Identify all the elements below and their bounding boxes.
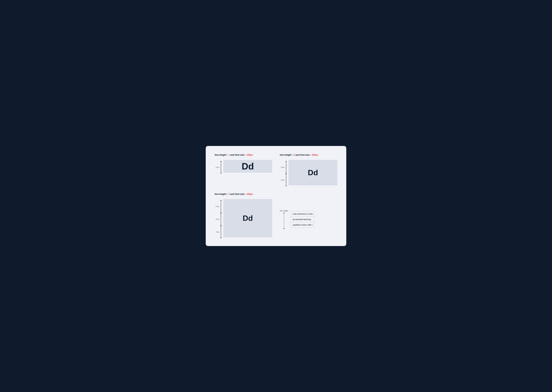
lh2-dd-text: Dd (308, 169, 318, 176)
lh2-tip-up-mid (285, 174, 287, 175)
text-line-1: ccbp intensive is a lea (291, 211, 314, 217)
text-line-3: capable to learn with t (291, 222, 314, 228)
text-lines-container: ccbp intensive is a lea accelerated lear… (291, 211, 315, 228)
lh-text-label: line-height (280, 210, 288, 212)
lh3-dd-box: Dd (223, 199, 272, 237)
title-lh-1: 1 (228, 154, 230, 156)
lh-indicator: line-height (280, 210, 288, 229)
lh2-arrow-bottom (285, 174, 287, 186)
lh2-shaft-top (286, 162, 286, 172)
text-line-2: accelerated learning (291, 217, 314, 222)
lh2-px-top: 100px (280, 167, 285, 168)
title-prefix-1: line-height : (215, 154, 228, 156)
lh-text-arrow (283, 213, 284, 229)
lh3-shaft-3 (221, 227, 221, 237)
lh1-arrow-top (220, 161, 222, 162)
lh3-px-mid: 100px (215, 218, 219, 220)
lh1-demo-area: 100px Dd (215, 160, 272, 174)
lh3-shaft-1 (221, 202, 221, 211)
lh1-measurement: 100px (215, 160, 222, 174)
lh3-row3: 100px (215, 226, 222, 238)
lh1-px-label: 100px (215, 167, 219, 168)
lh-text-tip-up (283, 213, 284, 213)
lh3-arrow-bottom (220, 226, 222, 238)
lh1-dd-box: Dd (223, 160, 272, 173)
lh3-arrow-top (220, 200, 222, 213)
lh1-dd-text: Dd (242, 162, 254, 171)
lh1-arrow-bottom (220, 173, 222, 174)
lh3-tip-2-down (220, 225, 222, 226)
lh2-shaft-bottom (286, 175, 286, 185)
lh3-dd-text: Dd (243, 214, 253, 222)
lh3-row1: 100px (215, 200, 222, 213)
title-prefix-3: line-height : (215, 193, 228, 195)
lh2-dd-box: Dd (289, 160, 337, 185)
section-lh2: line-height : 2 and font-size : 100px 10… (280, 154, 337, 186)
lh3-px-top: 100px (215, 206, 219, 207)
lh2-px-bottom: 100px (280, 179, 285, 181)
title-fs-3: 100px (247, 193, 253, 195)
main-card: line-height : 1 and font-size : 100px 10… (206, 146, 346, 246)
title-fs-1: 100px (247, 154, 253, 156)
lh2-measurement: 100px 100px (280, 160, 287, 186)
section-lh-text: line-height ccbp intensive is a lea acce… (280, 193, 337, 238)
lh3-row2: 100px (215, 213, 222, 226)
lh3-tip-1-down (220, 212, 222, 213)
lh1-shaft (221, 162, 221, 172)
lh-text-shaft (284, 214, 284, 228)
title-mid-1: and font-size : (230, 154, 247, 156)
lh3-demo-area: 100px 100px (215, 199, 272, 238)
section-lh3: line-height : 3 and font-size : 100px 10… (215, 193, 272, 238)
lh2-tip-down-mid (285, 173, 287, 174)
section-lh1: line-height : 1 and font-size : 100px 10… (215, 154, 272, 186)
lh3-px-bottom: 100px (215, 231, 219, 233)
lh3-tip-3-up (220, 226, 222, 226)
title-mid-3: and font-size : (230, 193, 247, 195)
section-lh2-title: line-height : 2 and font-size : 100px (280, 154, 337, 156)
title-fs-2: 100px (312, 154, 318, 156)
lh-text-demo: line-height ccbp intensive is a lea acce… (280, 210, 314, 229)
lh1-arrow (220, 161, 222, 174)
title-lh-2: 2 (293, 154, 295, 156)
lh3-measurement: 100px 100px (215, 199, 222, 238)
title-prefix-2: line-height : (280, 154, 293, 156)
section-lh3-title: line-height : 3 and font-size : 100px (215, 193, 272, 196)
lh2-arrow-top (285, 161, 287, 174)
lh3-tip-up (220, 200, 222, 201)
lh2-row1: 100px (280, 161, 287, 174)
lh2-tip-up (285, 161, 287, 162)
lh3-shaft-2 (221, 214, 221, 224)
title-lh-3: 3 (228, 193, 230, 195)
lh2-row2: 100px (280, 174, 287, 186)
lh-text-tip-down (283, 228, 284, 229)
lh3-tip-3-down (220, 238, 222, 238)
title-mid-2: and font-size : (295, 154, 312, 156)
lh3-tip-2-up (220, 213, 222, 214)
lh3-arrow-mid (220, 213, 222, 226)
lh2-demo-area: 100px 100px (280, 160, 337, 186)
lh2-tip-down (285, 186, 287, 186)
section-lh1-title: line-height : 1 and font-size : 100px (215, 154, 272, 156)
